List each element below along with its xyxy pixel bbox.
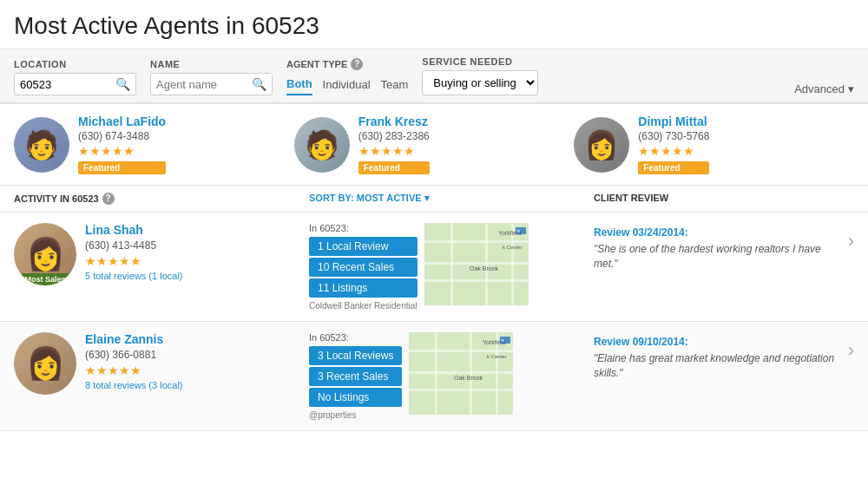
- agent-0-stat: 10 Recent Sales: [309, 258, 418, 277]
- agent-0-activity-stats: In 60523: 1 Local Review10 Recent Sales1…: [309, 223, 418, 311]
- featured-agent-2-avatar: 👩: [574, 117, 629, 173]
- advanced-chevron-icon: ▾: [848, 82, 854, 95]
- agent-1-stat: 3 Local Reviews: [309, 346, 402, 365]
- agent-0-info: 👩 Most Sales Lina Shah (630) 413-4485 ★★…: [14, 223, 309, 285]
- activity-header: ACTIVITY IN 60523 ? SORT BY: MOST ACTIVE…: [0, 186, 868, 213]
- agent-0-review-section: Review 03/24/2014: "She is one of the ha…: [594, 223, 854, 272]
- agent-0-phone: (630) 413-4485: [85, 239, 183, 252]
- svg-text:⊕: ⊕: [516, 228, 520, 233]
- activity-in-label: ACTIVITY IN 60523 ?: [14, 193, 309, 205]
- featured-agent-0-stars: ★★★★★: [78, 144, 166, 158]
- location-filter: LOCATION 🔍: [14, 59, 136, 95]
- agent-row-0: 👩 Most Sales Lina Shah (630) 413-4485 ★★…: [0, 213, 868, 322]
- featured-agent-1-avatar: 🧑: [294, 117, 350, 173]
- featured-agent-0-info: Michael LaFido (630) 674-3488 ★★★★★ Feat…: [78, 115, 166, 174]
- agent-0-chevron-right-icon[interactable]: ›: [848, 230, 854, 252]
- agent-type-label-row: AGENT TYPE ?: [286, 58, 408, 70]
- featured-agent-0: 🧑 Michael LaFido (630) 674-3488 ★★★★★ Fe…: [14, 115, 294, 174]
- featured-agent-2: 👩 Dimpi Mittal (630) 730-5768 ★★★★★ Feat…: [574, 115, 854, 174]
- name-search-button[interactable]: 🔍: [252, 77, 266, 91]
- svg-rect-17: [470, 332, 472, 415]
- featured-agent-1-phone: (630) 283-2386: [358, 130, 430, 142]
- advanced-button[interactable]: Advanced ▾: [794, 82, 854, 95]
- featured-agent-2-phone: (630) 730-5768: [638, 130, 709, 142]
- featured-agent-1-info: Frank Kresz (630) 283-2386 ★★★★★ Feature…: [358, 115, 430, 174]
- agent-type-buttons: Both Individual Team: [286, 74, 408, 95]
- agent-row-1: 👩 Elaine Zannis (630) 366-0881 ★★★★★ 8 t…: [0, 322, 868, 431]
- name-filter: NAME 🔍: [150, 59, 273, 95]
- name-input-wrap: 🔍: [150, 73, 273, 95]
- agent-1-reviews-link[interactable]: 8 total reviews (3 local): [85, 380, 183, 390]
- svg-text:Oak Brook: Oak Brook: [454, 375, 483, 381]
- agent-type-individual-button[interactable]: Individual: [323, 75, 371, 95]
- agent-1-review-text: "Elaine has great market knowledge and n…: [594, 351, 841, 381]
- featured-agent-1-badge: Featured: [358, 161, 430, 174]
- agent-0-details: Lina Shah (630) 413-4485 ★★★★★ 5 total r…: [85, 223, 183, 281]
- agent-1-chevron-right-icon[interactable]: ›: [848, 339, 854, 362]
- agent-1-review-section: Review 09/10/2014: "Elaine has great mar…: [594, 332, 854, 381]
- page-title: Most Active Agents in 60523: [0, 0, 868, 49]
- location-search-button[interactable]: 🔍: [115, 77, 130, 91]
- location-input[interactable]: [20, 78, 115, 91]
- service-label: SERVICE NEEDED: [422, 56, 538, 67]
- agent-1-avatar: 👩: [14, 332, 76, 395]
- name-label: NAME: [150, 59, 273, 69]
- location-input-wrap: 🔍: [14, 73, 136, 95]
- featured-agent-1-stars: ★★★★★: [358, 144, 430, 158]
- featured-agent-2-badge: Featured: [638, 161, 709, 174]
- svg-text:k Center: k Center: [487, 354, 507, 359]
- svg-text:Oak Brook: Oak Brook: [470, 265, 499, 272]
- featured-strip: 🧑 Michael LaFido (630) 674-3488 ★★★★★ Fe…: [0, 104, 868, 186]
- agent-1-map-activity: In 60523: 3 Local Reviews3 Recent SalesN…: [309, 332, 594, 420]
- svg-rect-16: [435, 332, 437, 415]
- agent-0-review-date[interactable]: Review 03/24/2014:: [594, 226, 841, 239]
- agent-1-details: Elaine Zannis (630) 366-0881 ★★★★★ 8 tot…: [85, 332, 183, 390]
- advanced-label: Advanced: [794, 82, 845, 95]
- agent-1-activity-label: In 60523:: [309, 332, 402, 343]
- agent-0-map: Yorkfield Oak Brook k Center ⊕: [424, 223, 529, 305]
- agent-1-stat: No Listings: [309, 388, 402, 407]
- filter-bar: LOCATION 🔍 NAME 🔍 AGENT TYPE ? Both Indi…: [0, 49, 868, 104]
- agent-1-map: Yorkfield Oak Brook k Center ⊕: [409, 332, 513, 415]
- svg-rect-5: [485, 223, 488, 305]
- agent-0-company: Coldwell Banker Residential: [309, 301, 418, 311]
- agent-0-review-text: "She is one of the hardest working realt…: [594, 242, 841, 272]
- featured-agent-2-stars: ★★★★★: [638, 144, 709, 158]
- agent-type-label: AGENT TYPE: [286, 59, 347, 69]
- agent-1-phone: (630) 366-0881: [85, 349, 183, 361]
- featured-agent-1: 🧑 Frank Kresz (630) 283-2386 ★★★★★ Featu…: [294, 115, 575, 174]
- agent-1-stars: ★★★★★: [85, 363, 183, 377]
- name-input[interactable]: [156, 78, 252, 91]
- agent-type-both-button[interactable]: Both: [286, 74, 312, 95]
- featured-agent-2-info: Dimpi Mittal (630) 730-5768 ★★★★★ Featur…: [638, 115, 709, 174]
- agent-type-filter: AGENT TYPE ? Both Individual Team: [286, 58, 408, 95]
- agent-0-reviews-link[interactable]: 5 total reviews (1 local): [85, 271, 183, 281]
- agent-0-stat: 1 Local Review: [309, 237, 418, 256]
- agent-1-review-date[interactable]: Review 09/10/2014:: [594, 336, 841, 348]
- sort-by-button[interactable]: SORT BY: MOST ACTIVE ▾: [309, 193, 594, 205]
- featured-agent-0-avatar: 🧑: [14, 117, 69, 173]
- featured-agent-1-name[interactable]: Frank Kresz: [358, 115, 430, 128]
- featured-agent-0-badge: Featured: [78, 161, 166, 174]
- agent-type-help-icon[interactable]: ?: [351, 58, 363, 70]
- agent-0-map-activity: In 60523: 1 Local Review10 Recent Sales1…: [309, 223, 594, 311]
- featured-agent-2-name[interactable]: Dimpi Mittal: [638, 115, 709, 128]
- agent-type-team-button[interactable]: Team: [381, 75, 409, 95]
- agent-0-activity-label: In 60523:: [309, 223, 418, 233]
- agent-0-avatar: 👩 Most Sales: [14, 223, 76, 285]
- activity-help-icon[interactable]: ?: [102, 193, 115, 205]
- agent-0-name[interactable]: Lina Shah: [85, 223, 183, 237]
- agent-1-company: @properties: [309, 410, 402, 420]
- agent-1-activity-stats: In 60523: 3 Local Reviews3 Recent SalesN…: [309, 332, 402, 420]
- sort-chevron-icon: ▾: [424, 193, 430, 203]
- featured-agent-0-name[interactable]: Michael LaFido: [78, 115, 166, 128]
- featured-agent-0-phone: (630) 674-3488: [78, 130, 166, 142]
- svg-text:⊕: ⊕: [501, 337, 504, 343]
- agent-1-stat: 3 Recent Sales: [309, 367, 402, 386]
- agent-1-name[interactable]: Elaine Zannis: [85, 332, 183, 346]
- client-review-label: CLIENT REVIEW: [594, 193, 854, 205]
- agent-1-info: 👩 Elaine Zannis (630) 366-0881 ★★★★★ 8 t…: [14, 332, 309, 395]
- location-label: LOCATION: [14, 59, 136, 69]
- svg-text:k Center: k Center: [503, 245, 523, 250]
- service-select[interactable]: Buying or selling: [422, 70, 538, 95]
